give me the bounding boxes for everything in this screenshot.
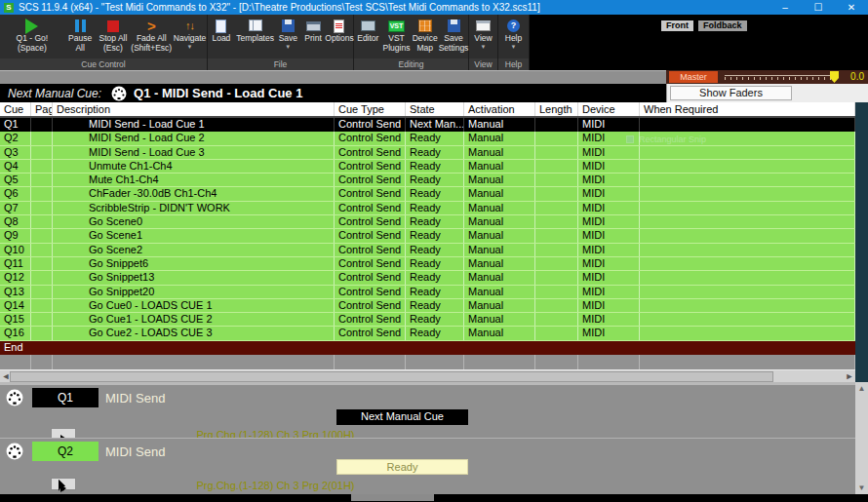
help-button[interactable]: ? Help ▼: [498, 15, 529, 58]
cell-cue: Q16: [0, 327, 31, 339]
cell-state: Ready: [406, 146, 464, 159]
load-button[interactable]: Load: [208, 15, 235, 58]
cell-page: [31, 286, 53, 298]
vst-plugins-button[interactable]: VST VST Plugins: [382, 15, 412, 58]
cell-activation: Manual: [464, 202, 535, 214]
cell-length: [535, 174, 578, 186]
cell-activation: Manual: [464, 327, 535, 339]
templates-button[interactable]: Templates: [235, 15, 276, 58]
col-cue[interactable]: Cue: [0, 102, 31, 116]
col-state[interactable]: State: [406, 102, 464, 116]
cue-row-q15[interactable]: Q15Go Cue1 - LOADS CUE 2Control SendRead…: [0, 313, 855, 327]
save-button[interactable]: Save ▼: [275, 15, 300, 58]
close-button[interactable]: ✕: [835, 0, 868, 15]
cue-row-q8[interactable]: Q8Go Scene0Control SendReadyManualMIDI: [0, 215, 855, 229]
cue-row-q13[interactable]: Q13Go Snippet20Control SendReadyManualMI…: [0, 286, 855, 299]
cell-page: [31, 160, 53, 173]
end-row: End: [0, 341, 855, 355]
cell-state: Ready: [406, 271, 464, 284]
col-description[interactable]: Description: [53, 102, 335, 116]
cell-length: [535, 187, 578, 200]
vertical-scrollbar[interactable]: ▲ ▼: [855, 382, 868, 494]
play-icon: [25, 18, 38, 34]
col-page[interactable]: Page: [31, 102, 53, 116]
cell-when-required: [640, 202, 855, 214]
cue-row-q6[interactable]: Q6ChFader -30.0dB Ch1-Ch4Control SendRea…: [0, 187, 855, 201]
cue-row-q11[interactable]: Q11Go Snippet6Control SendReadyManualMID…: [0, 257, 855, 271]
view-button[interactable]: View ▼: [469, 15, 497, 58]
cue-row-q9[interactable]: Q9Go Scene1Control SendReadyManualMIDI: [0, 229, 855, 243]
col-when-required[interactable]: When Required: [640, 102, 855, 116]
stop-all-button[interactable]: Stop All (Esc): [97, 15, 131, 58]
cue-id-badge: Q2: [32, 442, 99, 461]
cue-row-q7[interactable]: Q7ScribbleStrip - DIDN'T WORKControl Sen…: [0, 202, 855, 215]
chevron-down-icon: ▼: [511, 44, 517, 50]
fader-knob[interactable]: [830, 71, 839, 83]
cell-cue: Q3: [0, 146, 31, 159]
horizontal-scrollbar[interactable]: ◄ ►: [0, 369, 855, 382]
cue-row-q1[interactable]: Q1MIDI Send - Load Cue 1Control SendNext…: [0, 118, 855, 132]
cell-page: [31, 257, 53, 270]
cue-row-q10[interactable]: Q10Go Scene2Control SendReadyManualMIDI: [0, 244, 855, 257]
fade-all-button[interactable]: > Fade All (Shift+Esc): [130, 15, 173, 58]
cell-page: [31, 271, 53, 284]
cue-row-q4[interactable]: Q4Unmute Ch1-Ch4Control SendReadyManualM…: [0, 160, 855, 174]
cue-row-q3[interactable]: Q3MIDI Send - Load Cue 3Control SendRead…: [0, 146, 855, 160]
cell-length: [535, 286, 578, 298]
go-button[interactable]: Q1 - Go! (Space): [0, 15, 64, 58]
cell-description: MIDI Send - Load Cue 3: [53, 146, 335, 159]
pause-icon: [75, 18, 86, 34]
device-map-button[interactable]: Device Map: [411, 15, 439, 58]
cell-cue: Q12: [0, 271, 31, 284]
play-cue-button[interactable]: [51, 478, 76, 490]
col-device[interactable]: Device: [578, 102, 640, 116]
cue-panel-q1[interactable]: Q1 MIDI Send Next Manual Cue Prg.Chg.(1-…: [0, 382, 855, 438]
cell-cue-type: Control Send: [335, 299, 406, 312]
cell-cue-type: Control Send: [335, 286, 406, 298]
scroll-down-icon[interactable]: ▼: [855, 483, 868, 492]
cell-when-required: [640, 118, 855, 132]
cell-activation: Manual: [464, 286, 535, 298]
options-button[interactable]: Options: [326, 15, 353, 58]
cue-panel-q2[interactable]: Q2 MIDI Send Ready Prg.Chg.(1-128) Ch 3 …: [0, 438, 855, 494]
cue-row-q12[interactable]: Q12Go Snippet13Control SendReadyManualMI…: [0, 271, 855, 285]
view-icon: [476, 18, 491, 34]
maximize-button[interactable]: ☐: [802, 0, 835, 15]
cell-length: [535, 244, 578, 256]
title-bar: S SCS 11.9.4 (x64) - "Test Midi Commands…: [0, 0, 868, 15]
scroll-up-icon[interactable]: ▲: [855, 384, 868, 393]
cue-row-q5[interactable]: Q5Mute Ch1-Ch4Control SendReadyManualMID…: [0, 174, 855, 187]
col-cue-type[interactable]: Cue Type: [335, 102, 406, 116]
col-activation[interactable]: Activation: [464, 102, 535, 116]
cell-device: MIDI: [578, 299, 640, 312]
cell-device: MIDI: [578, 146, 640, 159]
fader-track[interactable]: [725, 75, 831, 76]
group-label-help: Help: [498, 58, 529, 70]
cue-description: MIDI Send: [105, 444, 165, 459]
print-button[interactable]: Print: [300, 15, 326, 58]
navigate-button[interactable]: ↑↓ Navigate ▼: [173, 15, 207, 58]
col-length[interactable]: Length: [535, 102, 578, 116]
cell-description: Go Snippet20: [53, 286, 335, 298]
foldback-tab[interactable]: Foldback: [698, 20, 747, 31]
editor-button[interactable]: Editor: [354, 15, 382, 58]
front-tab[interactable]: Front: [661, 20, 693, 31]
midi-icon: [6, 389, 23, 406]
pause-all-button[interactable]: Pause All: [64, 15, 97, 58]
cue-row-q16[interactable]: Q16Go Cue2 - LOADS CUE 3Control SendRead…: [0, 327, 855, 340]
minimize-button[interactable]: –: [769, 0, 802, 15]
cell-when-required: [640, 299, 855, 312]
cell-description: Go Scene0: [53, 215, 335, 228]
show-faders-button[interactable]: Show Faders: [670, 86, 792, 100]
midi-detail: Prg.Chg.(1-128) Ch 3 Prg 2(01H): [146, 480, 405, 491]
cell-length: [535, 146, 578, 159]
save-settings-button[interactable]: Save Settings: [439, 15, 468, 58]
cell-state: Ready: [406, 202, 464, 214]
cell-when-required: [640, 313, 855, 326]
cue-panels: Q1 MIDI Send Next Manual Cue Prg.Chg.(1-…: [0, 382, 868, 494]
cue-row-q14[interactable]: Q14Go Cue0 - LOADS CUE 1Control SendRead…: [0, 299, 855, 313]
cell-cue: Q6: [0, 187, 31, 200]
cell-device: MIDI: [578, 160, 640, 173]
scrollbar-thumb[interactable]: [10, 371, 773, 382]
cue-row-q2[interactable]: Q2MIDI Send - Load Cue 2Control SendRead…: [0, 132, 855, 145]
